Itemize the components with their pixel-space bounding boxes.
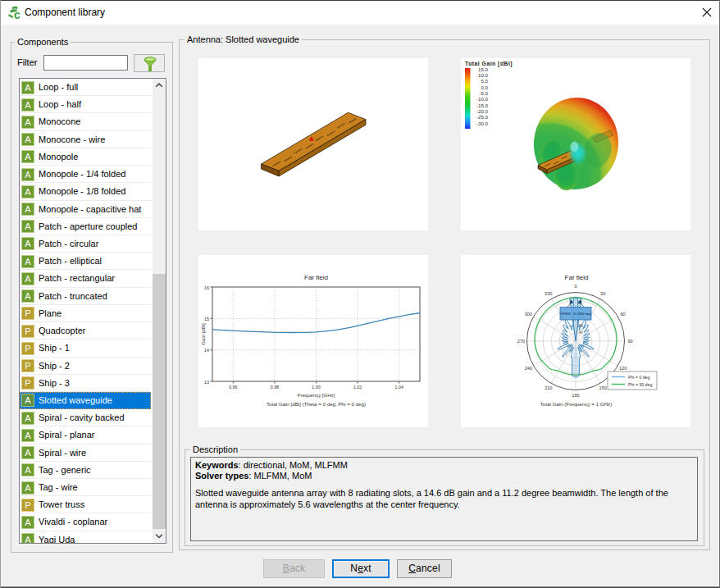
- svg-text:Gain [dBi]: Gain [dBi]: [201, 323, 206, 345]
- svg-text:15.0: 15.0: [478, 66, 489, 72]
- svg-text:-30: -30: [578, 324, 584, 328]
- svg-text:14: 14: [204, 348, 209, 353]
- svg-text:120: 120: [619, 366, 627, 371]
- svg-text:Far field: Far field: [565, 274, 589, 281]
- svg-text:Frequency [GHz]: Frequency [GHz]: [298, 393, 335, 398]
- svg-text:300: 300: [525, 312, 532, 317]
- svg-text:Total Gain [dBi]: Total Gain [dBi]: [465, 61, 513, 67]
- svg-text:16: 16: [204, 285, 209, 290]
- svg-text:0.98: 0.98: [271, 385, 279, 390]
- svg-text:Total Gain [dBi] (Theta = 0 de: Total Gain [dBi] (Theta = 0 deg; Phi = 0…: [267, 401, 366, 407]
- svg-text:-20.0: -20.0: [476, 108, 489, 114]
- svg-text:1.00: 1.00: [312, 385, 320, 390]
- svg-text:-10.0: -10.0: [476, 96, 489, 102]
- svg-text:0.96: 0.96: [229, 385, 237, 390]
- svg-text:Phi = 90 deg: Phi = 90 deg: [628, 382, 652, 387]
- svg-text:150: 150: [599, 385, 607, 390]
- svg-text:15: 15: [204, 317, 209, 321]
- svg-text:0.0: 0.0: [481, 84, 488, 90]
- svg-text:Phi = 0 deg: Phi = 0 deg: [628, 375, 650, 380]
- svg-text:180: 180: [572, 393, 579, 398]
- svg-text:-40: -40: [578, 330, 584, 335]
- svg-text:330: 330: [545, 291, 552, 296]
- svg-text:5.0: 5.0: [481, 78, 488, 84]
- svg-text:0: 0: [574, 284, 576, 289]
- svg-text:-5.0: -5.0: [479, 90, 488, 96]
- svg-text:Total Gain (Frequency = 1 GHz): Total Gain (Frequency = 1 GHz): [540, 401, 613, 407]
- svg-text:270: 270: [517, 339, 525, 344]
- svg-text:210: 210: [545, 385, 552, 390]
- svg-text:Far field: Far field: [304, 274, 328, 281]
- svg-text:60: 60: [620, 312, 625, 317]
- svg-text:13: 13: [204, 380, 209, 385]
- svg-text:-15.0: -15.0: [476, 103, 489, 108]
- svg-text:30: 30: [600, 291, 605, 296]
- svg-text:90: 90: [627, 339, 632, 344]
- svg-text:10.0: 10.0: [478, 72, 489, 78]
- svg-text:HPBW : 11.2858 deg: HPBW : 11.2858 deg: [560, 312, 591, 316]
- svg-text:1.02: 1.02: [353, 385, 362, 390]
- svg-text:-30.0: -30.0: [476, 121, 489, 126]
- svg-text:c: c: [14, 8, 21, 21]
- svg-text:-25.0: -25.0: [476, 114, 489, 120]
- svg-text:1.04: 1.04: [395, 385, 403, 390]
- svg-text:240: 240: [525, 366, 532, 371]
